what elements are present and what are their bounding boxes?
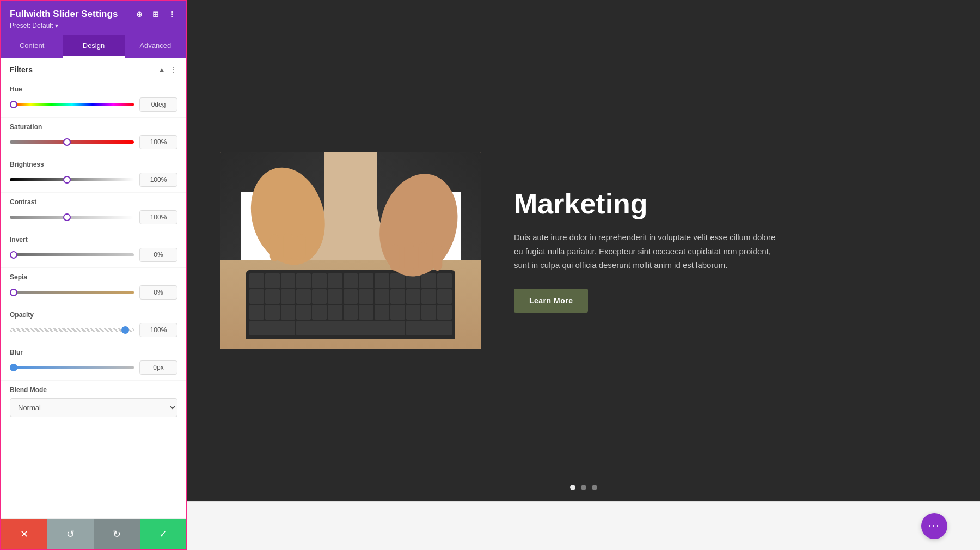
- saturation-slider-thumb[interactable]: [63, 138, 71, 146]
- redo-button[interactable]: ↻: [94, 519, 140, 549]
- brightness-slider-thumb[interactable]: [63, 176, 71, 184]
- saturation-row: [10, 135, 177, 149]
- opacity-value-input[interactable]: [139, 323, 177, 337]
- blur-slider-track[interactable]: [10, 366, 134, 369]
- svg-rect-5: [390, 244, 400, 271]
- slide-image-inner: [220, 152, 481, 349]
- reset-button[interactable]: ↺: [47, 519, 94, 549]
- filter-group-brightness: Brightness: [1, 155, 186, 193]
- brightness-slider-track[interactable]: [10, 178, 134, 181]
- panel-tabs: Content Design Advanced: [1, 35, 186, 58]
- columns-icon[interactable]: ⊞: [150, 9, 161, 20]
- save-icon: ✓: [159, 528, 167, 540]
- dot-3[interactable]: [592, 485, 597, 490]
- invert-slider-track[interactable]: [10, 253, 134, 256]
- filter-group-sepia: Sepia: [1, 268, 186, 305]
- svg-rect-8: [433, 244, 442, 271]
- blur-value-input[interactable]: [139, 360, 177, 375]
- hue-slider-thumb[interactable]: [10, 101, 17, 108]
- slide-heading: Marketing: [514, 188, 947, 219]
- hue-slider-track[interactable]: [10, 103, 134, 106]
- settings-panel: Fullwidth Slider Settings ⊕ ⊞ ⋮ Preset: …: [0, 0, 187, 550]
- sepia-value-input[interactable]: [139, 285, 177, 300]
- bottom-bar: ···: [187, 501, 980, 550]
- filter-group-opacity: Opacity: [1, 305, 186, 343]
- section-title: Filters: [10, 65, 33, 74]
- contrast-value-input[interactable]: [139, 210, 177, 224]
- dots-icon: ···: [928, 520, 940, 531]
- slide-image: [220, 152, 481, 349]
- filter-group-hue: Hue: [1, 80, 186, 118]
- svg-rect-1: [270, 234, 279, 261]
- tab-advanced[interactable]: Advanced: [125, 35, 186, 58]
- redo-icon: ↻: [113, 528, 121, 540]
- hue-value-input[interactable]: [139, 97, 177, 112]
- blend-mode-group: Blend Mode Normal Multiply Screen Overla…: [1, 381, 186, 425]
- collapse-icon[interactable]: ▲: [158, 65, 166, 74]
- opacity-row: [10, 323, 177, 337]
- slider-dots: [570, 485, 597, 490]
- blur-label: Blur: [10, 349, 177, 356]
- brightness-value-input[interactable]: [139, 173, 177, 187]
- panel-header: Fullwidth Slider Settings ⊕ ⊞ ⋮ Preset: …: [1, 1, 186, 35]
- hue-row: [10, 97, 177, 112]
- slide-body: Duis aute irure dolor in reprehenderit i…: [514, 230, 786, 272]
- contrast-slider-thumb[interactable]: [63, 213, 71, 221]
- blur-slider-thumb[interactable]: [10, 364, 17, 371]
- sepia-row: [10, 285, 177, 300]
- reset-icon: ↺: [66, 528, 75, 540]
- invert-label: Invert: [10, 236, 177, 243]
- opacity-slider-thumb[interactable]: [121, 326, 129, 334]
- panel-title-row: Fullwidth Slider Settings ⊕ ⊞ ⋮: [10, 9, 177, 20]
- contrast-row: [10, 210, 177, 224]
- blend-mode-label: Blend Mode: [10, 386, 177, 394]
- dot-1[interactable]: [570, 485, 575, 490]
- sepia-slider-thumb[interactable]: [10, 289, 17, 296]
- filter-group-saturation: Saturation: [1, 118, 186, 155]
- cancel-icon: ✕: [20, 528, 28, 540]
- hand-right-area: [364, 168, 474, 282]
- hand-left-area: [233, 162, 343, 270]
- slide-text: Marketing Duis aute irure dolor in repre…: [481, 167, 980, 334]
- invert-slider-thumb[interactable]: [10, 251, 17, 259]
- blend-mode-select[interactable]: Normal Multiply Screen Overlay Darken Li…: [10, 398, 177, 417]
- settings-icon[interactable]: ⊕: [134, 9, 145, 20]
- svg-rect-3: [297, 234, 306, 259]
- save-button[interactable]: ✓: [140, 519, 186, 549]
- hue-label: Hue: [10, 85, 177, 93]
- preset-row: Preset: Default ▾: [10, 22, 177, 29]
- brightness-row: [10, 173, 177, 187]
- svg-rect-2: [284, 233, 293, 261]
- sepia-slider-track[interactable]: [10, 291, 134, 294]
- add-module-button[interactable]: ···: [921, 513, 947, 539]
- contrast-slider-track[interactable]: [10, 216, 134, 219]
- svg-rect-6: [405, 242, 414, 273]
- opacity-slider-track[interactable]: [10, 328, 134, 332]
- cancel-button[interactable]: ✕: [1, 519, 47, 549]
- tab-design[interactable]: Design: [63, 35, 124, 58]
- filter-group-contrast: Contrast: [1, 193, 186, 230]
- section-more-icon[interactable]: ⋮: [170, 65, 177, 74]
- panel-toolbar: ✕ ↺ ↻ ✓: [1, 518, 186, 549]
- saturation-value-input[interactable]: [139, 135, 177, 149]
- svg-rect-7: [419, 242, 428, 273]
- saturation-slider-track[interactable]: [10, 140, 134, 144]
- dot-2[interactable]: [581, 485, 586, 490]
- more-icon[interactable]: ⋮: [167, 9, 177, 20]
- section-header: Filters ▲ ⋮: [1, 58, 186, 80]
- filter-group-invert: Invert: [1, 230, 186, 268]
- panel-title-text: Fullwidth Slider Settings: [10, 9, 118, 20]
- filters-section: Filters ▲ ⋮ Hue Saturation: [1, 58, 186, 518]
- preset-label[interactable]: Preset: Default: [10, 22, 53, 29]
- learn-more-button[interactable]: Learn More: [514, 289, 588, 313]
- blur-row: [10, 360, 177, 375]
- opacity-label: Opacity: [10, 311, 177, 319]
- invert-value-input[interactable]: [139, 248, 177, 262]
- tab-content[interactable]: Content: [1, 35, 63, 58]
- slide-content: Marketing Duis aute irure dolor in repre…: [187, 101, 980, 400]
- section-header-icons: ▲ ⋮: [158, 65, 177, 74]
- sepia-label: Sepia: [10, 273, 177, 281]
- preset-arrow[interactable]: ▾: [55, 22, 58, 29]
- saturation-label: Saturation: [10, 123, 177, 131]
- contrast-label: Contrast: [10, 198, 177, 206]
